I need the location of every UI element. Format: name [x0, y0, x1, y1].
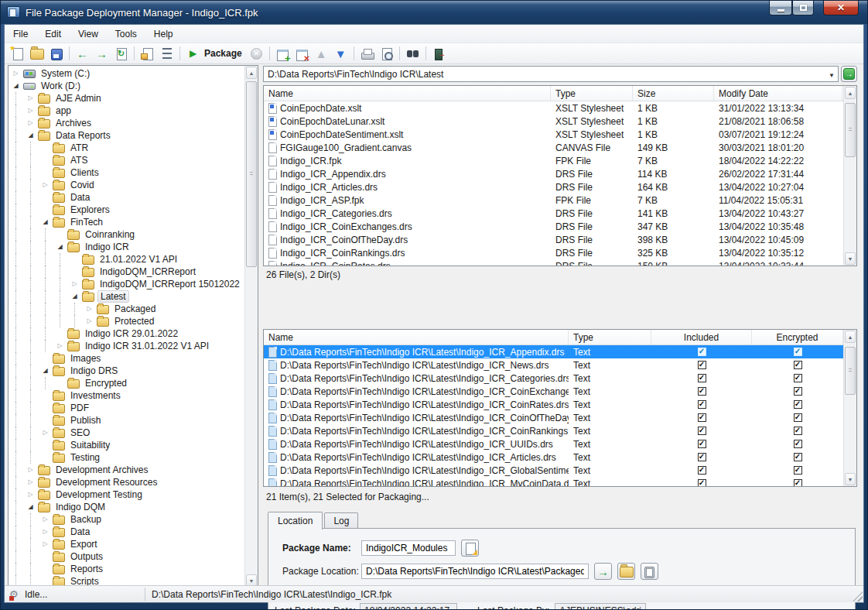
tree-item[interactable]: ▷Indigo ICR 31.01.2022 V1 API [9, 340, 244, 352]
included-checkbox[interactable] [698, 427, 706, 435]
tree-item[interactable]: Coinranking [9, 228, 244, 241]
move-down-button[interactable]: ▼ [331, 45, 350, 63]
menu-item-help[interactable]: Help [145, 26, 182, 42]
tree-scrollbar[interactable]: ▲ ▼ [244, 66, 258, 588]
tree-item[interactable]: Clients [9, 166, 244, 179]
included-checkbox[interactable] [698, 374, 706, 382]
scroll-thumb[interactable] [845, 103, 856, 157]
tree-expander[interactable]: ◢ [38, 365, 53, 377]
tree-item[interactable]: ▷Backup [9, 513, 244, 526]
tree-expander[interactable]: ▷ [23, 92, 38, 105]
tree-expander[interactable]: ▷ [38, 513, 53, 526]
menu-item-view[interactable]: View [70, 26, 107, 42]
tree-item[interactable]: ▷SEO [9, 427, 244, 439]
file-row[interactable]: CoinEpochDateSentiment.xsltXSLT Styleshe… [264, 128, 856, 141]
print-button[interactable] [357, 45, 377, 63]
tree-item[interactable]: ▷Data [9, 526, 244, 538]
tree-expander[interactable]: ▷ [9, 67, 23, 80]
tree-item[interactable]: ▷Covid [9, 179, 244, 191]
tree-item[interactable]: ▷System (C:) [9, 67, 244, 80]
package-row[interactable]: D:\Data Reports\FinTech\Indigo ICR\Lates… [264, 385, 856, 398]
file-list-scrollbar[interactable]: ▲ ▼ [843, 86, 856, 266]
apply-location-button[interactable]: → [594, 563, 612, 580]
encrypted-checkbox[interactable] [794, 413, 802, 422]
tree-item[interactable]: Suitability [9, 439, 244, 451]
exit-button[interactable] [429, 45, 449, 63]
tree-item[interactable]: ◢Indigo ICR [9, 241, 244, 253]
file-row[interactable]: CoinEpochDate.xsltXSLT Stylesheet1 KB31/… [264, 101, 856, 115]
go-button[interactable]: → [841, 66, 857, 82]
encrypted-checkbox[interactable] [794, 374, 802, 382]
package-row[interactable]: D:\Data Reports\FinTech\Indigo ICR\Lates… [264, 451, 856, 464]
find-button[interactable] [403, 45, 422, 63]
scroll-up-button[interactable]: ▲ [246, 67, 257, 79]
scroll-thumb[interactable] [845, 347, 856, 395]
tree-item[interactable]: ▷Archives [9, 117, 244, 129]
scroll-up-button[interactable]: ▲ [845, 87, 856, 99]
package-row[interactable]: D:\Data Reports\FinTech\Indigo ICR\Lates… [264, 411, 856, 424]
tree-item[interactable]: Outputs [9, 550, 244, 563]
encrypted-checkbox[interactable] [794, 400, 802, 409]
tree-item[interactable]: ▷Protected [9, 315, 244, 327]
chevron-down-icon[interactable]: ▼ [829, 72, 835, 79]
tree-item[interactable]: ◢Indigo DRS [9, 365, 244, 377]
minimize-button[interactable] [769, 1, 792, 15]
tree-expander[interactable]: ▷ [38, 538, 53, 550]
included-checkbox[interactable] [698, 479, 706, 487]
tree-expander[interactable]: ▷ [23, 488, 38, 501]
encrypted-checkbox[interactable] [794, 348, 802, 356]
tree-expander[interactable]: ◢ [23, 501, 38, 513]
scroll-thumb[interactable] [246, 81, 257, 267]
encrypted-checkbox[interactable] [794, 479, 802, 487]
package-row[interactable]: D:\Data Reports\FinTech\Indigo ICR\Lates… [264, 398, 856, 411]
package-location-input[interactable] [361, 564, 589, 579]
column-header-modify-date[interactable]: Modify Date [714, 86, 842, 101]
tree-expander[interactable]: ▷ [82, 315, 97, 327]
included-checkbox[interactable] [698, 400, 706, 409]
menu-item-tools[interactable]: Tools [107, 26, 145, 42]
included-checkbox[interactable] [698, 453, 706, 461]
tree-expander[interactable]: ◢ [67, 290, 82, 303]
menu-item-file[interactable]: File [5, 26, 36, 42]
tree-item[interactable]: Publish [9, 414, 244, 427]
package-row[interactable]: D:\Data Reports\FinTech\Indigo ICR\Lates… [264, 345, 856, 358]
scroll-down-button[interactable]: ▼ [845, 252, 856, 265]
column-header-encrypted[interactable]: Encrypted [752, 330, 843, 344]
included-checkbox[interactable] [698, 361, 706, 369]
tree-item[interactable]: ▷IndigoDQM_ICRReport 15012022 [9, 278, 244, 290]
tree-item[interactable]: ◢FinTech [9, 216, 244, 228]
tree-item[interactable]: ◢Data Reports [9, 129, 244, 142]
back-button[interactable]: ← [73, 45, 92, 63]
move-up-button[interactable]: ▲ [312, 45, 331, 63]
encrypted-checkbox[interactable] [794, 453, 802, 461]
file-row[interactable]: Indigo_ICR_Articles.drsDRS File164 KB13/… [264, 180, 856, 194]
file-row[interactable]: Indigo_ICR_ASP.fpkFPK File7 KB11/04/2022… [264, 194, 856, 207]
file-row[interactable]: Indigo_ICR.fpkFPK File7 KB18/04/2022 14:… [264, 154, 856, 167]
encrypted-checkbox[interactable] [794, 387, 802, 396]
included-checkbox[interactable] [698, 440, 706, 448]
forward-button[interactable]: → [92, 45, 111, 63]
title-bar[interactable]: File Package Deployment Manager - Indigo… [1, 1, 867, 24]
menu-item-edit[interactable]: Edit [36, 26, 70, 42]
file-row[interactable]: Indigo_ICR_CoinOfTheDay.drsDRS File398 K… [264, 233, 856, 246]
resize-grip[interactable] [853, 591, 863, 601]
tree-item[interactable]: Reports [9, 563, 244, 575]
file-row[interactable]: CoinEpochDateLunar.xsltXSLT Stylesheet1 … [264, 115, 856, 128]
tree-expander[interactable]: ▷ [23, 476, 38, 488]
tree-expander[interactable]: ◢ [38, 216, 53, 228]
tree-item[interactable]: 21.01.2022 V1 API [9, 253, 244, 266]
tree-item[interactable]: Explorers [9, 204, 244, 216]
stop-button[interactable]: ✕ [247, 45, 266, 63]
tab-log[interactable]: Log [324, 512, 358, 529]
package-row[interactable]: D:\Data Reports\FinTech\Indigo ICR\Lates… [264, 358, 856, 372]
encrypted-checkbox[interactable] [794, 440, 802, 448]
tree-item[interactable]: ▷Export [9, 538, 244, 550]
package-list-scrollbar[interactable]: ▲ ▼ [843, 330, 856, 486]
package-name-input[interactable] [361, 540, 456, 556]
package-row[interactable]: D:\Data Reports\FinTech\Indigo ICR\Lates… [264, 424, 856, 437]
tree-item[interactable]: ◢Indigo DQM [9, 501, 244, 513]
tree-expander[interactable]: ◢ [23, 129, 38, 142]
tree-item[interactable]: Indigo ICR 29.01.2022 [9, 327, 244, 340]
tree-item[interactable]: ▷Development Resources [9, 476, 244, 488]
tree-expander[interactable]: ▷ [82, 303, 97, 315]
